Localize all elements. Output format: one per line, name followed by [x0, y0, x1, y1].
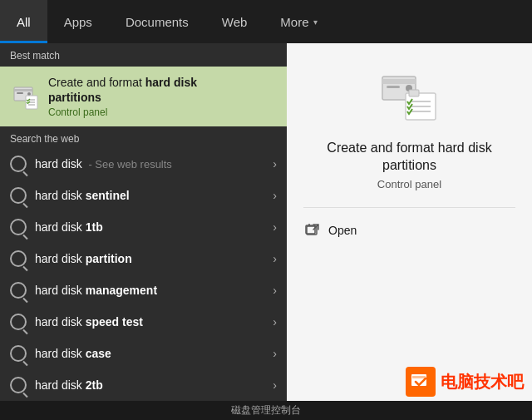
- tab-documents[interactable]: Documents: [109, 0, 205, 43]
- item-text: hard disk 2tb: [35, 378, 273, 392]
- item-text: hard disk management: [35, 284, 273, 297]
- svg-point-2: [27, 92, 31, 96]
- item-bold: management: [86, 284, 157, 297]
- svg-rect-3: [17, 92, 23, 94]
- item-bold: 2tb: [86, 378, 103, 392]
- bottom-bar-label: 磁盘管理控制台: [231, 404, 301, 416]
- item-bold: sentinel: [86, 189, 130, 202]
- tab-web[interactable]: Web: [205, 0, 264, 43]
- bottom-bar: 磁盘管理控制台: [0, 401, 532, 420]
- divider: [303, 207, 515, 208]
- search-icon: [10, 250, 27, 267]
- item-bold: case: [86, 347, 111, 360]
- chevron-right-icon: ›: [273, 157, 277, 170]
- tab-documents-label: Documents: [126, 15, 189, 29]
- right-app-title-line2: partitions: [382, 158, 436, 172]
- item-text: hard disk speed test: [35, 315, 273, 329]
- svg-rect-1: [14, 89, 32, 91]
- chevron-right-icon: ›: [273, 315, 277, 329]
- list-item[interactable]: hard disk case ›: [0, 338, 287, 369]
- top-navigation: All Apps Documents Web More ▾: [0, 0, 532, 43]
- item-text: hard disk 1tb: [35, 220, 273, 234]
- search-icon: [10, 219, 27, 235]
- best-match-text: Create and format hard diskpartitions Co…: [48, 75, 277, 118]
- list-item[interactable]: hard disk sentinel ›: [0, 180, 287, 211]
- right-app-title: Create and format hard disk partitions: [327, 140, 491, 175]
- tab-more[interactable]: More ▾: [264, 0, 333, 43]
- item-text: hard disk case: [35, 347, 273, 360]
- list-item[interactable]: hard disk speed test ›: [0, 306, 287, 338]
- search-icon: [10, 377, 27, 393]
- tab-all-label: All: [17, 15, 31, 29]
- item-bold: partition: [86, 252, 132, 265]
- open-icon: [303, 221, 322, 240]
- chevron-right-icon: ›: [273, 189, 277, 202]
- watermark: 电脑技术吧: [406, 367, 524, 397]
- list-item[interactable]: hard disk 1tb ›: [0, 211, 287, 243]
- best-match-title: Create and format hard diskpartitions: [48, 75, 277, 105]
- list-item[interactable]: hard disk 2tb ›: [0, 369, 287, 401]
- tab-web-label: Web: [222, 15, 248, 29]
- tab-all[interactable]: All: [0, 0, 47, 43]
- chevron-right-icon: ›: [273, 220, 277, 234]
- watermark-logo: [406, 367, 436, 397]
- item-plain: hard disk: [35, 157, 82, 170]
- chevron-right-icon: ›: [273, 284, 277, 297]
- best-match-title-plain: Create and format: [48, 76, 145, 89]
- item-bold: speed test: [86, 315, 143, 329]
- open-label: Open: [328, 224, 357, 237]
- right-app-title-line1: Create and format hard disk: [327, 141, 491, 155]
- item-text: hard disk partition: [35, 252, 273, 265]
- chevron-right-icon: ›: [273, 347, 277, 360]
- app-icon-large: [379, 70, 441, 125]
- search-icon: [10, 345, 27, 362]
- best-match-section-label: Best match: [0, 43, 287, 67]
- best-match-icon: [10, 82, 40, 111]
- svg-rect-22: [412, 376, 426, 378]
- svg-rect-13: [409, 90, 419, 96]
- best-match-item[interactable]: Create and format hard diskpartitions Co…: [0, 67, 287, 126]
- search-icon: [10, 156, 27, 172]
- watermark-text-label: 电脑技术吧: [441, 371, 524, 393]
- main-content: Best match: [0, 43, 532, 401]
- list-item[interactable]: hard disk - See web results ›: [0, 148, 287, 180]
- chevron-right-icon: ›: [273, 378, 277, 392]
- item-extra: - See web results: [86, 158, 172, 170]
- item-text: hard disk - See web results: [35, 157, 273, 170]
- hard-disk-icon: [11, 82, 39, 111]
- open-button[interactable]: Open: [303, 218, 357, 243]
- svg-rect-9: [382, 79, 416, 84]
- tab-apps[interactable]: Apps: [47, 0, 109, 43]
- right-panel: Create and format hard disk partitions C…: [287, 43, 532, 401]
- search-web-label: Search the web: [0, 126, 287, 148]
- search-icon: [10, 282, 27, 299]
- search-icon: [10, 187, 27, 204]
- chevron-right-icon: ›: [273, 252, 277, 265]
- chevron-down-icon: ▾: [313, 17, 318, 27]
- right-app-icon: [377, 68, 443, 126]
- left-panel: Best match: [0, 43, 287, 401]
- best-match-subtitle: Control panel: [48, 106, 277, 118]
- list-item[interactable]: hard disk partition ›: [0, 243, 287, 274]
- tab-more-label: More: [280, 15, 308, 29]
- list-item[interactable]: hard disk management ›: [0, 274, 287, 306]
- svg-rect-11: [387, 86, 400, 88]
- tab-apps-label: Apps: [64, 15, 92, 29]
- item-text: hard disk sentinel: [35, 189, 273, 202]
- search-icon: [10, 314, 27, 330]
- right-app-subtitle: Control panel: [377, 178, 441, 190]
- item-bold: 1tb: [86, 220, 103, 234]
